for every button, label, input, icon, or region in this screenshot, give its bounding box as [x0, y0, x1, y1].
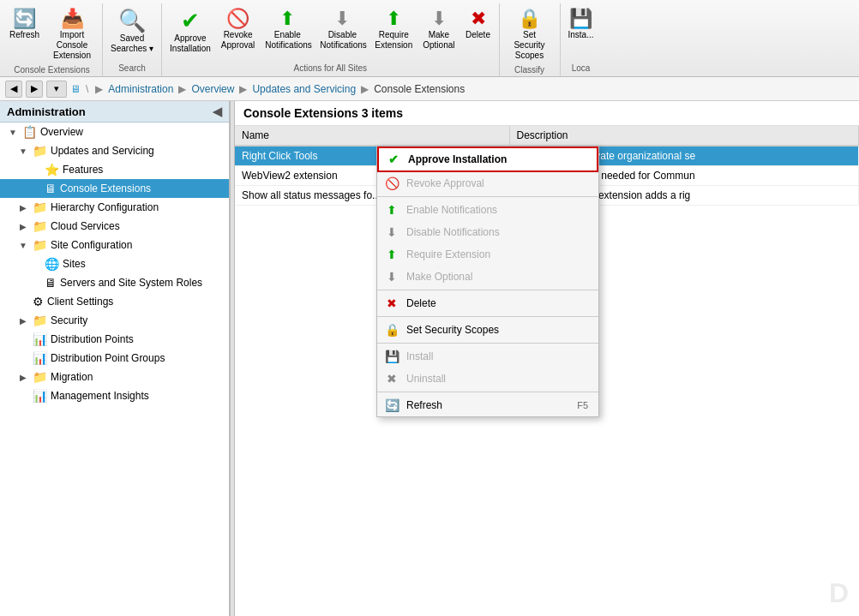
make-optional-label: MakeOptional	[423, 30, 454, 51]
enable-notif-label: EnableNotifications	[265, 30, 309, 51]
sidebar-label-dist-points: Distribution Points	[51, 333, 134, 345]
saved-searches-button[interactable]: 🔍 SavedSearches ▾	[106, 7, 158, 57]
approve-installation-icon: ✔	[386, 153, 401, 166]
cloud-expand[interactable]	[17, 222, 29, 231]
hierarchy-icon: 📁	[33, 200, 47, 214]
dist-groups-icon: 📊	[33, 351, 47, 365]
delete-icon: ✖	[471, 9, 486, 28]
col-header-name[interactable]: Name	[235, 126, 509, 146]
toolbar-buttons-classify: 🔒 Set SecurityScopes	[503, 3, 556, 63]
sidebar-label-hierarchy: Hierarchy Configuration	[51, 201, 159, 213]
disable-notifications-label: Disable Notifications	[406, 226, 588, 238]
sidebar-item-sites[interactable]: 🌐 Sites	[0, 254, 229, 273]
security-expand[interactable]	[17, 316, 29, 326]
revoke-approval-button[interactable]: 🚫 RevokeApproval	[217, 7, 259, 53]
sidebar-item-hierarchy[interactable]: 📁 Hierarchy Configuration	[0, 198, 229, 217]
context-menu: ✔Approve Installation🚫Revoke Approval⬆En…	[376, 146, 599, 417]
refresh-label: Refresh	[9, 30, 39, 40]
refresh-button[interactable]: 🔄 Refresh	[5, 7, 44, 43]
back-button[interactable]: ◀	[5, 81, 22, 98]
sidebar-item-site-config[interactable]: 📁 Site Configuration	[0, 236, 229, 254]
sidebar-item-security[interactable]: 📁 Security	[0, 311, 229, 330]
refresh-icon: 🔄	[384, 398, 399, 412]
install-button[interactable]: 💾 Insta...	[564, 7, 598, 43]
disable-notifications-button[interactable]: ⬇ DisableNotifications	[315, 7, 369, 53]
sidebar-item-updates-servicing[interactable]: 📁 Updates and Servicing	[0, 141, 229, 160]
sites-icon: 🌐	[45, 257, 59, 271]
migration-icon: 📁	[33, 370, 47, 384]
approve-installation-button[interactable]: ✔ ApproveInstallation	[165, 7, 215, 57]
toolbar-buttons-local: 💾 Insta...	[564, 3, 598, 62]
approve-installation-label: Approve Installation	[408, 153, 586, 165]
breadcrumb-overview[interactable]: Overview	[191, 83, 234, 95]
sidebar-item-mgmt-insights[interactable]: 📊 Management Insights	[0, 386, 229, 405]
security-scopes-label: Set SecurityScopes	[508, 30, 552, 61]
delete-button[interactable]: ✖ Delete	[461, 7, 496, 43]
context-menu-item-install: 💾Install	[377, 345, 598, 368]
bc-sep-2: ▶	[239, 83, 247, 95]
toolbar-group-label-search: Search	[106, 62, 158, 76]
delete-label: Delete	[466, 30, 490, 40]
approve-icon: ✔	[181, 9, 200, 32]
sidebar-item-overview[interactable]: 📋 Overview	[0, 123, 229, 141]
menu-button[interactable]: ▾	[46, 81, 67, 98]
context-menu-item-set-security-scopes[interactable]: 🔒Set Security Scopes	[377, 319, 598, 341]
content-area: Console Extensions 3 items Name Descript…	[235, 101, 859, 616]
breadcrumb-icon: 🖥	[70, 83, 81, 95]
enable-notif-icon: ⬆	[279, 9, 295, 28]
saved-searches-icon: 🔍	[118, 9, 146, 32]
context-menu-item-enable-notifications: ⬆Enable Notifications	[377, 199, 598, 221]
disable-notifications-icon: ⬇	[384, 225, 399, 239]
sidebar-item-features[interactable]: ⭐ Features	[0, 160, 229, 179]
refresh-label: Refresh	[406, 399, 570, 411]
features-icon: ⭐	[45, 163, 59, 176]
sidebar-label-cloud: Cloud Services	[51, 220, 120, 232]
console-ext-icon: 🖥	[45, 182, 57, 195]
require-extension-button[interactable]: ⬆ RequireExtension	[370, 7, 417, 53]
breadcrumb-updates[interactable]: Updates and Servicing	[252, 83, 356, 95]
context-menu-item-delete[interactable]: ✖Delete	[377, 292, 598, 314]
enable-notifications-icon: ⬆	[384, 203, 399, 217]
migration-expand[interactable]	[17, 373, 29, 382]
toolbar-group-actions: ✔ ApproveInstallation 🚫 RevokeApproval ⬆…	[162, 3, 499, 76]
col-header-description[interactable]: Description	[509, 126, 859, 146]
hierarchy-expand[interactable]	[17, 203, 29, 212]
enable-notifications-button[interactable]: ⬆ EnableNotifications	[261, 7, 314, 53]
sidebar-label-security: Security	[51, 314, 87, 326]
sidebar-collapse-button[interactable]: ◀	[213, 105, 222, 118]
toolbar-buttons-search: 🔍 SavedSearches ▾	[106, 3, 158, 62]
sidebar-item-client-settings[interactable]: ⚙ Client Settings	[0, 292, 229, 311]
cloud-icon: 📁	[33, 219, 47, 233]
sidebar-label-overview: Overview	[40, 126, 83, 138]
sidebar-item-console-extensions[interactable]: 🖥 Console Extensions	[0, 179, 229, 198]
import-console-extension-button[interactable]: 📥 Import ConsoleExtension	[45, 7, 99, 63]
sidebar-item-servers[interactable]: 🖥 Servers and Site System Roles	[0, 273, 229, 292]
security-scopes-icon: 🔒	[518, 9, 541, 28]
toolbar-group-label-local: Loca	[564, 62, 598, 76]
context-menu-item-approve-installation[interactable]: ✔Approve Installation	[377, 147, 598, 172]
sidebar-item-migration[interactable]: 📁 Migration	[0, 368, 229, 386]
set-security-scopes-button[interactable]: 🔒 Set SecurityScopes	[503, 7, 556, 63]
overview-icon: 📋	[22, 125, 37, 139]
make-optional-button[interactable]: ⬇ MakeOptional	[418, 7, 459, 53]
overview-expand[interactable]	[7, 128, 19, 137]
context-menu-item-uninstall: ✖Uninstall	[377, 368, 598, 390]
forward-button[interactable]: ▶	[26, 81, 43, 98]
site-config-expand[interactable]	[17, 241, 29, 250]
sidebar-label-features: Features	[63, 164, 103, 176]
context-menu-item-disable-notifications: ⬇Disable Notifications	[377, 221, 598, 243]
updates-expand[interactable]	[17, 147, 29, 156]
toolbar-group-local: 💾 Insta... Loca	[561, 3, 602, 76]
sidebar-item-dist-groups[interactable]: 📊 Distribution Point Groups	[0, 349, 229, 368]
breadcrumb-administration[interactable]: Administration	[108, 83, 173, 95]
context-menu-item-refresh[interactable]: 🔄RefreshF5	[377, 394, 598, 416]
context-menu-item-require-extension: ⬆Require Extension	[377, 243, 598, 266]
disable-notif-icon: ⬇	[334, 9, 350, 28]
delete-label: Delete	[406, 297, 588, 309]
sidebar-label-mgmt-insights: Management Insights	[51, 390, 149, 402]
refresh-icon: 🔄	[13, 9, 36, 28]
sidebar-item-cloud[interactable]: 📁 Cloud Services	[0, 217, 229, 236]
sidebar-item-dist-points[interactable]: 📊 Distribution Points	[0, 330, 229, 349]
install-label: Install	[406, 350, 588, 362]
require-extension-label: Require Extension	[406, 248, 588, 260]
